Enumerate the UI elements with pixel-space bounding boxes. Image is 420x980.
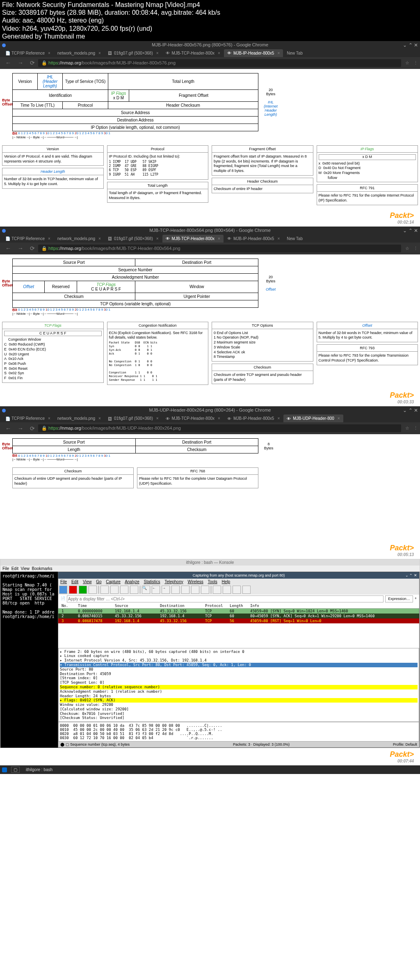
url-input[interactable]: 🔒 https://nmap.org/book/images/hdr/MJB-U… [38,424,401,432]
menu-edit[interactable]: Edit [11,566,18,571]
last-icon[interactable] [191,586,199,594]
taskbar-item[interactable]: ▢ [11,767,20,773]
ip-header-diagram: Byte Offset VersionIHL (Header Length)Ty… [0,69,420,209]
menu-capture[interactable]: Capture [106,579,121,584]
filter-input[interactable] [67,595,383,602]
favicon: 👁 [227,51,231,55]
menu-help[interactable]: Help [222,579,231,584]
tab-active[interactable]: 👁MJB-TCP-Header-800x× [162,235,224,243]
menu-icon[interactable]: ⋮ [413,60,418,66]
forward-button[interactable]: → [18,425,23,432]
menu-icon[interactable]: ⋮ [413,246,418,251]
window-controls[interactable]: ⌄ ⌃ ✕ [405,573,417,577]
tab[interactable]: 📄TCP/IP Reference× [2,414,54,422]
resize-cols-icon[interactable] [242,586,251,594]
start-icon[interactable] [2,767,7,772]
reload-button[interactable]: ⟳ [30,245,35,252]
autoscroll-icon[interactable] [201,586,209,594]
menu-go[interactable]: Go [96,579,101,584]
tab[interactable]: 📄TCP/IP Reference× [2,49,54,57]
packet-row[interactable]: 30.086817478192.168.1.445.33.32.156TCP56… [58,618,419,623]
udp-header-diagram: Byte Offset Source PortDestination Port … [0,434,420,492]
tab[interactable]: 📄TCP/IP Reference× [2,235,54,243]
add-button[interactable]: + [413,595,418,602]
packet-detail[interactable]: ▸ Frame 2: 60 bytes on wire (480 bits), … [58,648,419,722]
save-icon[interactable] [110,586,119,594]
tab-close-icon[interactable]: × [218,51,220,55]
tab[interactable]: 🖼01fig07.gif (500×368)× [105,49,162,57]
menu-analyze[interactable]: Analyze [125,579,139,584]
tab-close-icon[interactable]: × [277,51,280,55]
tab-active[interactable]: 👁MJB-IP-Header-800x5× [224,49,283,57]
tab[interactable]: network_models.png× [54,49,104,57]
expression-button[interactable]: Expression… [385,595,413,602]
stop-capture-icon[interactable] [69,586,77,594]
filter-bookmark-icon[interactable]: 📄 [59,595,67,602]
prev-icon[interactable]: ← [152,586,160,594]
url-input[interactable]: 🔒 https://nmap.org/book/images/hdr/MJB-T… [38,245,401,252]
tab[interactable]: 👁MJB-TCP-Header-800x× [162,49,224,57]
jump-icon[interactable] [171,586,180,594]
tab[interactable]: 👁MJB-IP-Header-800x5× [224,414,283,422]
video-metadata: File: Network Security Fundamentals - Ma… [0,0,420,41]
konsole-title: ithilgore : bash — Konsole [0,559,420,566]
tab[interactable]: 👁MJB-IP-Header-800x5× [224,235,283,243]
options-icon[interactable] [89,586,97,594]
tab-close-icon[interactable]: × [98,51,101,55]
bookmark-icon[interactable]: ☆ [405,426,409,431]
window-controls[interactable]: ⌄ ⌃ ✕ [403,42,418,48]
tab-close-icon[interactable]: × [48,51,50,55]
open-icon[interactable] [100,586,109,594]
tab[interactable]: network_models.png× [54,235,104,243]
forward-button[interactable]: → [18,60,23,66]
back-button[interactable]: ← [5,425,11,432]
taskbar[interactable]: ▢ ithilgore : bash [0,765,420,774]
menu-bookmarks[interactable]: Bookmarks [32,566,52,571]
menu-view[interactable]: View [21,566,30,571]
first-icon[interactable] [181,586,189,594]
zoom-in-icon[interactable] [213,586,221,594]
zoom-out-icon[interactable] [223,586,231,594]
tab-bar: 📄TCP/IP Reference× network_models.png× 🖼… [0,48,420,57]
packet-row-selected[interactable]: 20.08674031545.33.32.156192.168.1.4TCP60… [58,614,419,618]
menu-file[interactable]: File [60,579,67,584]
terminal-output[interactable]: root@firkraag:/home/i Starting Nmap 7.40… [0,572,58,748]
menu-view[interactable]: View [83,579,92,584]
byte-offset-label: Byte Offset [2,98,12,106]
packet-row[interactable]: 10.000000000192.168.1.445.33.32.156TCP60… [58,609,419,614]
tab-close-icon[interactable]: × [156,51,159,55]
tab[interactable]: 🖼01fig07.gif (500×368)× [105,414,162,422]
status-bar: ⬤ ▢ Sequence number (tcp.seq), 4 bytes P… [58,742,419,747]
reload-button[interactable]: ⟳ [30,425,35,432]
taskbar-item[interactable]: ithilgore : bash [22,767,57,772]
back-button[interactable]: ← [5,60,11,66]
reload-button[interactable]: ⟳ [30,60,35,66]
bookmark-icon[interactable]: ☆ [405,246,409,251]
menu-wireless[interactable]: Wireless [188,579,203,584]
menu-icon[interactable]: ⋮ [413,426,418,431]
menu-tools[interactable]: Tools [208,579,217,584]
start-capture-icon[interactable] [59,586,67,594]
packet-list[interactable]: No. Time Source Destination Protocol Len… [58,603,419,648]
menu-telephony[interactable]: Telephony [164,579,183,584]
tab[interactable]: 🖼01fig07.gif (500×368)× [105,235,162,243]
tab[interactable]: network_models.png× [54,414,104,422]
reload-icon[interactable] [130,586,138,594]
find-icon[interactable]: 🔍 [142,586,150,594]
tab[interactable]: 👁MJB-TCP-Header-800x× [162,414,224,422]
close-icon[interactable] [120,586,128,594]
next-icon[interactable]: → [162,586,170,594]
tab[interactable]: New Tab [283,235,306,243]
back-button[interactable]: ← [5,245,11,252]
menu-file[interactable]: File [2,566,9,571]
tab-active[interactable]: 👁MJB-UDP-Header-800× [283,414,343,422]
packet-hex[interactable]: 0000 00 00 00 01 00 06 10 da 43 7c 85 98… [58,722,419,742]
forward-button[interactable]: → [18,245,23,252]
zoom-reset-icon[interactable] [233,586,241,594]
menu-edit[interactable]: Edit [71,579,78,584]
restart-capture-icon[interactable] [79,586,87,594]
tab[interactable]: New Tab [283,49,306,57]
menu-statistics[interactable]: Statistics [144,579,160,584]
url-input[interactable]: 🔒 https://nmap.org/book/images/hdr/MJB-I… [38,59,401,67]
bookmark-icon[interactable]: ☆ [405,60,409,66]
